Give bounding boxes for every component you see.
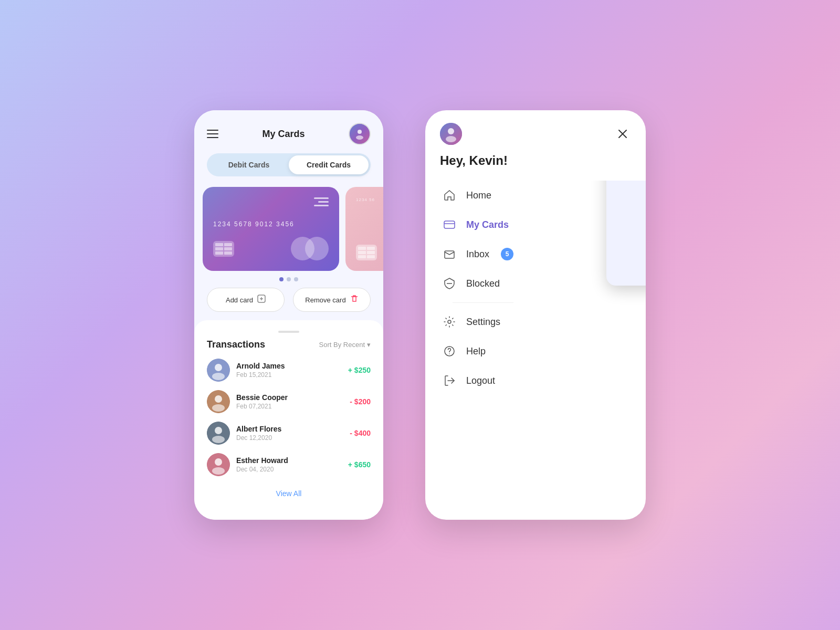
drag-handle: [278, 331, 299, 333]
greeting: Hey, Kevin!: [425, 153, 646, 181]
transaction-info-4: Esther Howard Dec 04, 2020: [236, 456, 342, 473]
help-icon: [442, 344, 457, 359]
right-phone: Hey, Kevin! Home: [425, 110, 646, 520]
menu-item-inbox[interactable]: Inbox 5: [436, 239, 530, 269]
svg-point-20: [446, 136, 456, 142]
card-logo: [213, 197, 329, 206]
dot-3: [294, 277, 298, 281]
menu-item-logout[interactable]: Logout: [436, 366, 530, 395]
svg-point-14: [212, 436, 225, 443]
debit-cards-tab[interactable]: Debit Cards: [209, 155, 289, 174]
transaction-amount-3: - $400: [350, 429, 371, 437]
card-chip: [213, 241, 234, 257]
card-waves: [291, 237, 329, 260]
transaction-avatar-4: [207, 453, 230, 476]
mini-phone: My Cards Debit Cards Credit Cards: [606, 181, 646, 286]
menu-label-logout: Logout: [466, 375, 495, 386]
transaction-item: Arnold James Feb 15,2021 + $250: [207, 359, 371, 382]
inbox-badge: 5: [501, 248, 513, 260]
blocked-icon: [442, 276, 457, 291]
logout-icon: [442, 373, 457, 388]
svg-point-13: [215, 427, 222, 434]
card-number-short: 1234 56: [356, 197, 382, 202]
svg-rect-5: [353, 296, 355, 297]
left-phone: My Cards Debit Cards Credit Cards: [194, 110, 383, 520]
transaction-avatar-1: [207, 359, 230, 382]
transactions-header: Transactions Sort By Recent ▾: [207, 339, 371, 350]
transaction-avatar-2: [207, 390, 230, 413]
menu-item-settings[interactable]: Settings: [436, 307, 530, 337]
card-number: 1234 5678 9012 3456: [213, 220, 329, 228]
menu-divider: [453, 302, 513, 303]
svg-rect-23: [444, 221, 455, 228]
svg-point-0: [358, 130, 362, 134]
sort-by-dropdown[interactable]: Sort By Recent ▾: [319, 341, 371, 349]
carousel-dots: [194, 277, 383, 281]
transaction-info-2: Bessie Cooper Feb 07,2021: [236, 393, 343, 410]
add-card-button[interactable]: Add card: [207, 288, 285, 312]
transaction-amount-4: + $650: [348, 460, 371, 469]
menu-label-my-cards: My Cards: [466, 219, 509, 230]
cards-area: 1234 5678 9012 3456 1234 56: [194, 187, 383, 271]
svg-point-10: [215, 395, 222, 403]
transaction-amount-2: - $200: [350, 397, 371, 406]
svg-point-1: [356, 135, 363, 140]
menu-label-home: Home: [466, 190, 491, 201]
credit-cards-tab[interactable]: Credit Cards: [289, 155, 369, 174]
menu-label-help: Help: [466, 346, 486, 357]
transaction-amount-1: + $250: [348, 366, 371, 374]
svg-point-16: [215, 458, 222, 466]
card-chip-2: [356, 245, 377, 260]
remove-card-button[interactable]: Remove card: [293, 288, 371, 312]
dot-1: [279, 277, 284, 281]
tab-switcher: Debit Cards Credit Cards: [207, 153, 371, 176]
action-buttons: Add card Remove card: [194, 288, 383, 320]
menu-item-help[interactable]: Help: [436, 337, 530, 366]
home-icon: [442, 188, 457, 203]
svg-point-19: [448, 128, 454, 134]
menu-item-home[interactable]: Home: [436, 181, 530, 210]
secondary-credit-card[interactable]: 1234 56: [345, 187, 383, 271]
menu-label-settings: Settings: [466, 317, 500, 328]
transaction-info-3: Albert Flores Dec 12,2020: [236, 425, 343, 442]
inbox-icon: [442, 247, 457, 261]
svg-point-11: [212, 404, 225, 412]
chevron-down-icon: ▾: [367, 341, 371, 349]
add-icon: [257, 295, 266, 305]
transaction-avatar-3: [207, 422, 230, 445]
header: My Cards: [194, 110, 383, 153]
menu-label-blocked: Blocked: [466, 278, 500, 289]
settings-icon: [442, 314, 457, 329]
svg-point-27: [448, 320, 451, 323]
transaction-item: Albert Flores Dec 12,2020 - $400: [207, 422, 371, 445]
main-credit-card[interactable]: 1234 5678 9012 3456: [203, 187, 339, 271]
menu-label-inbox: Inbox: [466, 249, 489, 260]
svg-point-17: [212, 467, 225, 475]
svg-point-7: [215, 364, 222, 371]
menu-item-my-cards[interactable]: My Cards: [436, 210, 530, 239]
view-all: View All: [207, 485, 371, 498]
avatar[interactable]: [349, 123, 371, 145]
svg-point-29: [449, 353, 450, 354]
menu-avatar: [440, 123, 462, 145]
hamburger-icon[interactable]: [207, 130, 218, 138]
close-button[interactable]: [614, 125, 631, 142]
view-all-link[interactable]: View All: [276, 489, 302, 498]
trash-icon: [350, 295, 359, 305]
transaction-info-1: Arnold James Feb 15,2021: [236, 362, 342, 379]
mini-phone-container: My Cards Debit Cards Credit Cards: [541, 181, 646, 520]
page-title: My Cards: [262, 129, 304, 140]
transactions-title: Transactions: [207, 339, 265, 350]
dot-2: [287, 277, 291, 281]
transaction-item: Bessie Cooper Feb 07,2021 - $200: [207, 390, 371, 413]
svg-point-8: [212, 373, 225, 380]
cards-icon: [442, 217, 457, 232]
transaction-item: Esther Howard Dec 04, 2020 + $650: [207, 453, 371, 476]
menu-item-blocked[interactable]: Blocked: [436, 269, 530, 298]
menu-header: [425, 110, 646, 153]
transactions-section: Transactions Sort By Recent ▾: [194, 320, 383, 520]
menu-items: Home My Cards: [425, 181, 541, 520]
